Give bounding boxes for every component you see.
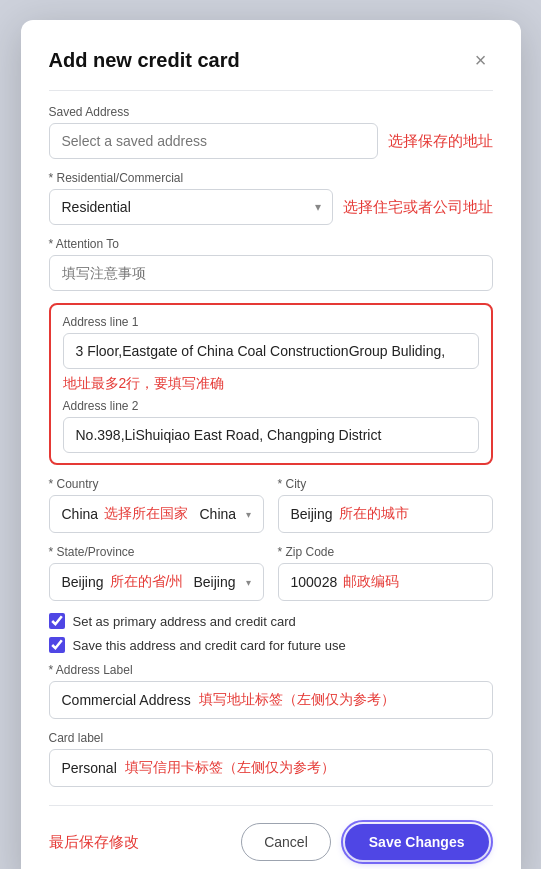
footer-annotation: 最后保存修改 bbox=[49, 833, 139, 852]
address-label-value: Commercial Address bbox=[62, 692, 191, 708]
checkbox2-label: Save this address and credit card for fu… bbox=[73, 638, 346, 653]
card-label-input-inner: Personal 填写信用卡标签（左侧仅为参考） bbox=[49, 749, 493, 787]
country-city-row: * Country China 选择所在国家 China USA ▾ * Cit… bbox=[49, 477, 493, 533]
zip-input-inner: 100028 邮政编码 bbox=[278, 563, 493, 601]
saved-address-input[interactable] bbox=[49, 123, 378, 159]
city-input-inner: Beijing 所在的城市 bbox=[278, 495, 493, 533]
zip-annotation: 邮政编码 bbox=[343, 573, 399, 591]
header-divider bbox=[49, 90, 493, 91]
saved-address-label: Saved Address bbox=[49, 105, 493, 119]
country-label: * Country bbox=[49, 477, 264, 491]
modal-title: Add new credit card bbox=[49, 49, 240, 72]
state-group: * State/Province Beijing 所在的省/州 Beijing … bbox=[49, 545, 264, 601]
address-label-annotation: 填写地址标签（左侧仅为参考） bbox=[199, 691, 395, 709]
address-box: Address line 1 地址最多2行，要填写准确 Address line… bbox=[49, 303, 493, 465]
country-group: * Country China 选择所在国家 China USA ▾ bbox=[49, 477, 264, 533]
saved-address-annotation: 选择保存的地址 bbox=[388, 132, 493, 151]
address-label-group: * Address Label Commercial Address 填写地址标… bbox=[49, 663, 493, 719]
city-group: * City Beijing 所在的城市 bbox=[278, 477, 493, 533]
state-annotation: 所在的省/州 bbox=[110, 573, 184, 591]
address-label-input-inner: Commercial Address 填写地址标签（左侧仅为参考） bbox=[49, 681, 493, 719]
residential-annotation: 选择住宅或者公司地址 bbox=[343, 198, 493, 217]
residential-group: * Residential/Commercial Residential Com… bbox=[49, 171, 493, 225]
country-input-inner: China 选择所在国家 China USA ▾ bbox=[49, 495, 264, 533]
checkbox2-row: Save this address and credit card for fu… bbox=[49, 637, 493, 653]
residential-label: * Residential/Commercial bbox=[49, 171, 493, 185]
address-label-field-label: * Address Label bbox=[49, 663, 493, 677]
card-label-value: Personal bbox=[62, 760, 117, 776]
address-line1-input[interactable] bbox=[63, 333, 479, 369]
address-line2-input[interactable] bbox=[63, 417, 479, 453]
residential-select[interactable]: Residential Commercial bbox=[49, 189, 333, 225]
card-label-group: Card label Personal 填写信用卡标签（左侧仅为参考） bbox=[49, 731, 493, 787]
primary-address-checkbox[interactable] bbox=[49, 613, 65, 629]
city-annotation: 所在的城市 bbox=[339, 505, 409, 523]
residential-select-wrapper: Residential Commercial ▾ bbox=[49, 189, 333, 225]
zip-label: * Zip Code bbox=[278, 545, 493, 559]
save-button[interactable]: Save Changes bbox=[345, 824, 489, 860]
residential-row: Residential Commercial ▾ 选择住宅或者公司地址 bbox=[49, 189, 493, 225]
zip-value: 100028 bbox=[291, 574, 338, 590]
saved-address-group: Saved Address 选择保存的地址 bbox=[49, 105, 493, 159]
attention-input[interactable] bbox=[49, 255, 493, 291]
state-value: Beijing bbox=[62, 574, 104, 590]
city-value: Beijing bbox=[291, 506, 333, 522]
state-input-inner: Beijing 所在的省/州 Beijing ▾ bbox=[49, 563, 264, 601]
cancel-button[interactable]: Cancel bbox=[241, 823, 331, 861]
country-value: China bbox=[62, 506, 99, 522]
address-line1-label: Address line 1 bbox=[63, 315, 479, 329]
city-label: * City bbox=[278, 477, 493, 491]
attention-group: * Attention To bbox=[49, 237, 493, 291]
saved-address-row: 选择保存的地址 bbox=[49, 123, 493, 159]
state-select[interactable]: Beijing bbox=[194, 574, 251, 590]
modal-header: Add new credit card × bbox=[49, 48, 493, 72]
save-button-ring: Save Changes bbox=[341, 820, 493, 864]
checkbox1-row: Set as primary address and credit card bbox=[49, 613, 493, 629]
state-select-wrapper: Beijing ▾ bbox=[194, 574, 251, 590]
modal: Add new credit card × Saved Address 选择保存… bbox=[21, 20, 521, 869]
close-button[interactable]: × bbox=[469, 48, 493, 72]
footer-actions: Cancel Save Changes bbox=[241, 820, 492, 864]
zip-group: * Zip Code 100028 邮政编码 bbox=[278, 545, 493, 601]
country-select-wrapper: China USA ▾ bbox=[200, 506, 251, 522]
save-address-checkbox[interactable] bbox=[49, 637, 65, 653]
country-annotation: 选择所在国家 bbox=[104, 505, 188, 523]
modal-overlay: Add new credit card × Saved Address 选择保存… bbox=[0, 0, 541, 869]
address-line2-label: Address line 2 bbox=[63, 399, 479, 413]
state-label: * State/Province bbox=[49, 545, 264, 559]
state-zip-row: * State/Province Beijing 所在的省/州 Beijing … bbox=[49, 545, 493, 601]
checkbox1-label: Set as primary address and credit card bbox=[73, 614, 296, 629]
country-select[interactable]: China USA bbox=[200, 506, 251, 522]
attention-label: * Attention To bbox=[49, 237, 493, 251]
card-label-field-label: Card label bbox=[49, 731, 493, 745]
card-label-annotation: 填写信用卡标签（左侧仅为参考） bbox=[125, 759, 335, 777]
address-annotation: 地址最多2行，要填写准确 bbox=[63, 375, 479, 393]
modal-footer: 最后保存修改 Cancel Save Changes bbox=[49, 805, 493, 869]
